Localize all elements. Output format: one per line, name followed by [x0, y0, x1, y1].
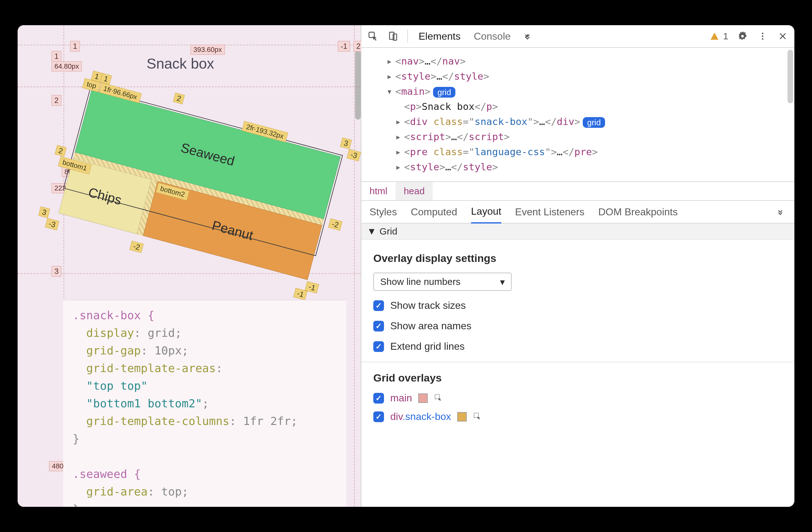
- dom-row[interactable]: ▸<pre class="language-css">…</pre>: [387, 144, 785, 159]
- code-token: grid-template-areas: [86, 362, 216, 375]
- styles-subtabs: Styles Computed Layout Event Listeners D…: [361, 201, 794, 224]
- subtab-styles[interactable]: Styles: [369, 202, 397, 222]
- code-token: 1fr 2fr: [243, 415, 291, 428]
- grid-track-size: 393.60px: [191, 45, 225, 55]
- page-title: Snack box: [147, 55, 214, 72]
- dom-row[interactable]: <p>Snack box</p>: [387, 99, 785, 114]
- layout-panel: Overlay display settings Show line numbe…: [361, 240, 794, 507]
- overlay-checkbox-main[interactable]: ✓: [373, 393, 384, 404]
- code-token: grid-template-columns: [86, 415, 229, 428]
- code-token: "bottom1 bottom2": [86, 397, 202, 410]
- divider: [361, 362, 794, 362]
- svg-point-3: [762, 33, 764, 34]
- checkbox-extend-lines[interactable]: ✓: [373, 341, 384, 352]
- code-token: .seaweed {: [73, 467, 141, 480]
- dom-row[interactable]: ▸<script>…</script>: [387, 129, 785, 144]
- crumb-html[interactable]: html: [361, 182, 396, 200]
- devtools-panel: Elements Console 1: [361, 25, 794, 507]
- checkbox-label: Show track sizes: [390, 300, 466, 311]
- dom-scrollbar[interactable]: [787, 50, 793, 103]
- crumb-head[interactable]: head: [396, 182, 433, 200]
- grid-line-number: -2: [328, 219, 343, 231]
- color-swatch[interactable]: [418, 393, 428, 403]
- grid-section-header[interactable]: ▼ Grid: [361, 224, 794, 240]
- code-token: .snack-box {: [73, 309, 155, 322]
- checkbox-track-sizes[interactable]: ✓: [373, 300, 384, 311]
- page-viewport: 1 -1 2 393.60px 1 64.80px 2 222px 3 480.…: [18, 25, 361, 507]
- code-token: top: [161, 485, 182, 498]
- grid-line-number: -3: [45, 218, 59, 230]
- grid-line-number: 2: [173, 93, 185, 104]
- color-swatch[interactable]: [457, 412, 467, 421]
- grid-line-number: -1: [338, 41, 350, 52]
- viewport-scrollbar[interactable]: [355, 51, 361, 120]
- chevron-down-icon: ▼: [367, 226, 376, 237]
- grid-line-number: 1: [52, 51, 61, 62]
- code-token: "top top": [86, 379, 147, 392]
- snack-box-grid: Seaweed Chips Peanut top 1fr·96.66px 2fr…: [66, 90, 340, 254]
- subtab-layout[interactable]: Layout: [471, 201, 501, 224]
- code-sample: .snack-box { display: grid; grid-gap: 10…: [63, 300, 346, 507]
- subtab-computed[interactable]: Computed: [411, 202, 457, 222]
- line-numbers-select[interactable]: Show line numbers ▾: [373, 272, 512, 291]
- subtab-event-listeners[interactable]: Event Listeners: [515, 202, 585, 222]
- select-value: Show line numbers: [380, 276, 460, 287]
- code-token: display: [86, 326, 134, 339]
- warning-icon[interactable]: [709, 30, 721, 42]
- overlay-row-main: ✓ main: [373, 392, 782, 404]
- dom-row[interactable]: ▾<main>grid: [387, 84, 785, 99]
- section-title: Grid: [380, 226, 397, 237]
- dom-row[interactable]: ▸<div class="snack-box">…</div>grid: [387, 114, 785, 129]
- inspect-icon[interactable]: [367, 30, 379, 42]
- grid-line-number: 3: [52, 266, 61, 277]
- overlay-tag[interactable]: div: [390, 411, 403, 422]
- grid-line-number: 3: [340, 138, 352, 149]
- separator: [407, 30, 408, 43]
- grid-line-number: 2: [55, 145, 67, 157]
- dom-row[interactable]: ▸<nav>…</nav>: [387, 54, 785, 69]
- grid-badge[interactable]: grid: [433, 87, 455, 98]
- chevron-down-icon: ▾: [500, 276, 505, 288]
- more-tabs-icon[interactable]: [774, 206, 786, 218]
- grid-line-number: 3: [38, 207, 50, 218]
- grid-line-number: -3: [347, 149, 361, 161]
- checkbox-row: ✓ Show track sizes: [373, 300, 782, 311]
- issues-count[interactable]: 1: [723, 31, 728, 42]
- tab-console[interactable]: Console: [471, 30, 513, 42]
- svg-point-4: [762, 36, 764, 37]
- devtools-window: 1 -1 2 393.60px 1 64.80px 2 222px 3 480.…: [18, 25, 794, 507]
- more-tabs-icon[interactable]: [521, 30, 533, 42]
- kebab-menu-icon[interactable]: [757, 30, 769, 42]
- subtab-dom-breakpoints[interactable]: DOM Breakpoints: [598, 202, 678, 222]
- checkbox-row: ✓ Extend grid lines: [373, 340, 782, 352]
- dom-tree[interactable]: ▸<nav>…</nav> ▸<style>…</style> ▾<main>g…: [361, 48, 794, 181]
- grid-line: [18, 45, 361, 45]
- grid-line-number: 1: [70, 41, 80, 52]
- code-token: }: [73, 503, 79, 507]
- gear-icon[interactable]: [737, 30, 749, 42]
- code-token: grid-gap: [86, 344, 141, 357]
- overlay-checkbox-snack-box[interactable]: ✓: [373, 411, 384, 422]
- checkbox-label: Extend grid lines: [390, 340, 465, 352]
- grid-line: [18, 87, 361, 87]
- highlight-icon[interactable]: [473, 412, 482, 421]
- overlay-label[interactable]: main: [390, 392, 412, 404]
- grid-badge[interactable]: grid: [583, 117, 605, 128]
- grid-line: [354, 25, 355, 507]
- breadcrumb: html head: [361, 181, 794, 201]
- dom-row[interactable]: ▸<style>…</style>: [387, 159, 785, 174]
- checkbox-area-names[interactable]: ✓: [373, 321, 384, 332]
- code-token: grid-area: [86, 485, 147, 498]
- devtools-toolbar: Elements Console 1: [361, 25, 794, 48]
- code-token: 10px: [155, 344, 182, 357]
- code-token: grid: [147, 326, 175, 339]
- highlight-icon[interactable]: [434, 393, 444, 403]
- device-toggle-icon[interactable]: [387, 30, 399, 42]
- dom-row[interactable]: ▸<style>…</style>: [387, 69, 785, 84]
- close-icon[interactable]: [777, 30, 789, 42]
- overlay-class[interactable]: .snack-box: [403, 411, 451, 422]
- code-token: }: [73, 432, 79, 445]
- grid-overlays-heading: Grid overlays: [373, 372, 782, 384]
- tab-elements[interactable]: Elements: [416, 30, 463, 42]
- grid-track-size: 64.80px: [52, 61, 82, 71]
